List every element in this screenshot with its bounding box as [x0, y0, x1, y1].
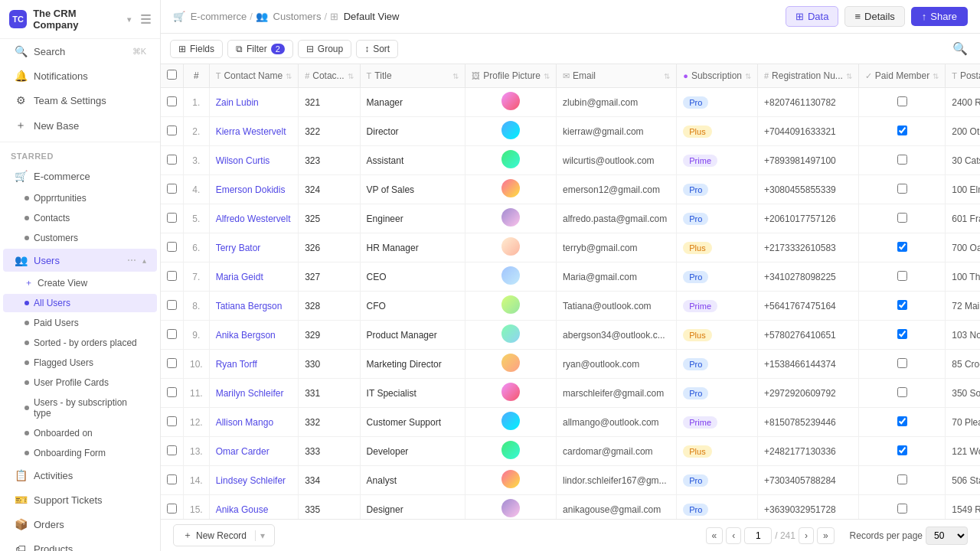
paid-member-checkbox[interactable] — [897, 504, 907, 514]
sidebar-item-support-tickets[interactable]: 🎫 Support Tickets — [3, 488, 157, 511]
paid-member-checkbox[interactable] — [897, 271, 907, 281]
row-contact-name[interactable]: Maria Geidt — [209, 262, 298, 292]
layout-toggle-icon[interactable]: ☰ — [140, 12, 151, 27]
row-contact-name[interactable]: Lindsey Schleifer — [209, 466, 298, 495]
paid-member-checkbox[interactable] — [897, 445, 907, 455]
paid-sort-icon[interactable]: ⇅ — [933, 72, 939, 80]
row-contact-name[interactable]: Tatiana Bergson — [209, 292, 298, 321]
sidebar-item-flagged-users[interactable]: Flagged Users — [3, 354, 157, 372]
row-contact-name[interactable]: Kierra Westervelt — [209, 117, 298, 146]
col-subscription[interactable]: ● Subscription ⇅ — [677, 64, 758, 88]
row-contact-name[interactable]: Ryan Torff — [209, 350, 298, 379]
col-postal-addr[interactable]: T Postal Address ⇅ — [946, 64, 980, 88]
sidebar-item-onboarding-form[interactable]: Onboarding Form — [3, 444, 157, 462]
row-contact-name[interactable]: Anika Bergson — [209, 321, 298, 350]
row-checkbox-cell[interactable] — [161, 262, 184, 292]
paid-member-checkbox[interactable] — [897, 474, 907, 484]
row-checkbox[interactable] — [167, 329, 177, 339]
sidebar-item-paid-users[interactable]: Paid Users — [3, 314, 157, 332]
row-paid-member[interactable] — [858, 233, 945, 262]
row-checkbox[interactable] — [167, 445, 177, 455]
row-contact-name[interactable]: Emerson Dokidis — [209, 175, 298, 204]
paid-member-checkbox[interactable] — [897, 387, 907, 397]
new-record-button[interactable]: ＋ New Record ▾ — [173, 524, 275, 546]
paid-member-checkbox[interactable] — [897, 213, 907, 223]
row-checkbox-cell[interactable] — [161, 321, 184, 350]
row-checkbox-cell[interactable] — [161, 146, 184, 175]
row-checkbox-cell[interactable] — [161, 175, 184, 204]
company-chevron-icon[interactable]: ▾ — [127, 15, 131, 24]
row-contact-name[interactable]: Anika Gouse — [209, 495, 298, 520]
row-checkbox-cell[interactable] — [161, 350, 184, 379]
paid-member-checkbox[interactable] — [897, 358, 907, 368]
row-paid-member[interactable] — [858, 262, 945, 292]
sub-sort-icon[interactable]: ⇅ — [745, 72, 751, 80]
app-logo[interactable]: TC The CRM Company ▾ ☰ — [0, 0, 160, 39]
last-page-button[interactable]: » — [817, 527, 835, 544]
users-collapse-icon[interactable]: ▴ — [142, 256, 146, 265]
row-contact-name[interactable]: Omar Carder — [209, 437, 298, 466]
sidebar-item-ecommerce[interactable]: 🛒 E-commerce — [3, 165, 157, 187]
row-checkbox[interactable] — [167, 96, 177, 106]
data-button[interactable]: ⊞ Data — [786, 6, 838, 27]
paid-member-checkbox[interactable] — [897, 300, 907, 310]
details-button[interactable]: ≡ Details — [844, 6, 904, 27]
sidebar-item-users[interactable]: 👥 Users ⋯ ▴ — [3, 249, 157, 272]
contact-name-link[interactable]: Maria Geidt — [216, 272, 263, 282]
row-paid-member[interactable] — [858, 88, 945, 117]
col-profile-pic[interactable]: 🖼 Profile Picture ⇅ — [466, 64, 557, 88]
row-checkbox[interactable] — [167, 242, 177, 252]
first-page-button[interactable]: « — [706, 527, 724, 544]
row-paid-member[interactable] — [858, 408, 945, 437]
contact-name-link[interactable]: Anika Gouse — [216, 504, 269, 515]
new-record-dropdown-icon[interactable]: ▾ — [255, 530, 265, 541]
sidebar-item-profile-cards[interactable]: User Profile Cards — [3, 373, 157, 392]
sidebar-item-products[interactable]: 🏷 Products — [3, 537, 157, 551]
row-contact-name[interactable]: Zain Lubin — [209, 88, 298, 117]
row-paid-member[interactable] — [858, 292, 945, 321]
reg-sort-icon[interactable]: ⇅ — [846, 72, 852, 80]
row-paid-member[interactable] — [858, 117, 945, 146]
row-checkbox-cell[interactable] — [161, 466, 184, 495]
row-checkbox[interactable] — [167, 416, 177, 426]
fields-button[interactable]: ⊞ Fields — [170, 40, 223, 58]
title-sort-icon[interactable]: ⇅ — [452, 72, 459, 80]
row-contact-name[interactable]: Wilson Curtis — [209, 146, 298, 175]
row-checkbox-cell[interactable] — [161, 233, 184, 262]
contact-name-link[interactable]: Ryan Torff — [216, 359, 257, 370]
sort-button[interactable]: ↕ Sort — [356, 40, 398, 58]
table-search-icon[interactable]: 🔍 — [949, 38, 971, 59]
page-number-input[interactable] — [744, 527, 772, 544]
paid-member-checkbox[interactable] — [897, 126, 907, 135]
sidebar-item-contacts[interactable]: Contacts — [3, 209, 157, 227]
prev-page-button[interactable]: ‹ — [726, 527, 741, 544]
row-checkbox-cell[interactable] — [161, 437, 184, 466]
row-checkbox-cell[interactable] — [161, 204, 184, 233]
sidebar-item-orders[interactable]: 📦 Orders — [3, 513, 157, 536]
breadcrumb-customers[interactable]: 👥 Customers — [256, 11, 321, 22]
row-paid-member[interactable] — [858, 350, 945, 379]
sidebar-item-by-subscription[interactable]: Users - by subscription type — [3, 393, 157, 422]
contact-name-link[interactable]: Anika Bergson — [216, 330, 276, 341]
row-checkbox[interactable] — [167, 358, 177, 368]
paid-member-checkbox[interactable] — [897, 416, 907, 426]
sidebar-item-all-users[interactable]: All Users — [3, 294, 157, 312]
filter-button[interactable]: ⧉ Filter 2 — [227, 40, 293, 58]
row-paid-member[interactable] — [858, 466, 945, 495]
row-checkbox[interactable] — [167, 155, 177, 165]
contact-name-link[interactable]: Marilyn Schleifer — [216, 388, 284, 399]
row-checkbox[interactable] — [167, 126, 177, 135]
contact-name-link[interactable]: Alfredo Westervelt — [216, 214, 291, 224]
row-checkbox[interactable] — [167, 300, 177, 310]
email-sort-icon[interactable]: ⇅ — [664, 72, 670, 80]
row-checkbox[interactable] — [167, 504, 177, 514]
contact-name-link[interactable]: Emerson Dokidis — [216, 184, 286, 195]
col-paid-member[interactable]: ✓ Paid Member ⇅ — [858, 64, 945, 88]
row-contact-name[interactable]: Terry Bator — [209, 233, 298, 262]
sidebar-item-notifications[interactable]: 🔔 Notifications — [3, 64, 157, 87]
select-all-checkbox[interactable] — [167, 70, 177, 80]
row-checkbox-cell[interactable] — [161, 379, 184, 408]
contact-name-link[interactable]: Zain Lubin — [216, 97, 259, 108]
sidebar-item-customers[interactable]: Customers — [3, 229, 157, 247]
next-page-button[interactable]: › — [799, 527, 814, 544]
